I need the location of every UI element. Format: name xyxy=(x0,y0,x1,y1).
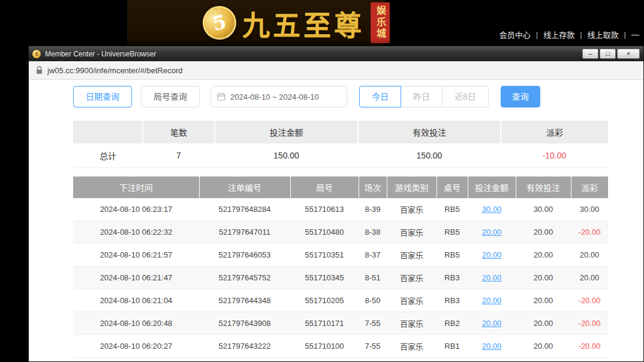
browser-title-bar[interactable]: 5 Member Center - UniverseBrowser – □ × xyxy=(29,46,643,61)
table-no-cell: RB2 xyxy=(437,312,468,335)
nav-item-member-center[interactable]: 会员中心 xyxy=(499,29,531,40)
bet-time-cell: 2024-08-10 06:20:48 xyxy=(73,312,199,335)
minimize-button[interactable]: – xyxy=(582,49,598,59)
payout-cell: -20.00 xyxy=(571,289,608,312)
table-no-cell: RB3 xyxy=(437,289,468,312)
session-cell: 8-37 xyxy=(359,244,387,267)
maximize-button[interactable]: □ xyxy=(600,49,616,59)
site-top-nav: 会员中心 | 线上存款 | 线上取款 | — xyxy=(499,29,639,40)
tab-today[interactable]: 今日 xyxy=(359,86,401,107)
table-row: 2024-08-10 06:21:57 521797646053 5517103… xyxy=(73,244,608,267)
bet-amount-link[interactable]: 20.00 xyxy=(468,289,516,312)
summary-table: 笔数 投注金额 有效投注 派彩 总计 7 150.00 150.00 -10.0… xyxy=(73,121,608,168)
bet-table-header-row: 下注时间 注单编号 局号 场次 游戏类别 桌号 投注金额 有效投注 派彩 xyxy=(73,176,608,198)
nav-item-partial[interactable]: — xyxy=(631,30,639,39)
game-type-cell: 百家乐 xyxy=(387,198,437,221)
summary-header-count: 笔数 xyxy=(143,121,215,143)
tab-yesterday[interactable]: 昨日 xyxy=(401,86,443,107)
summary-total-row: 总计 7 150.00 150.00 -10.00 xyxy=(73,143,608,167)
bet-amount-link[interactable]: 20.00 xyxy=(468,221,516,244)
header-round: 局号 xyxy=(290,176,359,198)
payout-cell: 20.00 xyxy=(571,267,608,289)
header-bet-id: 注单编号 xyxy=(199,176,290,198)
table-no-cell: RB5 xyxy=(437,221,468,244)
table-no-cell: RB3 xyxy=(437,267,468,289)
round-cell: 551710480 xyxy=(290,221,359,244)
url-text: jw05.cc:9900/infe/mcenter/#/betRecord xyxy=(47,66,182,75)
header-session: 场次 xyxy=(359,176,387,198)
window-controls: – □ × xyxy=(582,49,640,59)
bet-time-cell: 2024-08-10 06:23:17 xyxy=(73,198,199,221)
bet-id-cell: 521797648284 xyxy=(199,198,290,221)
page-content: 日期查询 局号查询 2024-08-10 ~ 2024-08-10 今日 昨日 … xyxy=(29,80,643,361)
bet-amount-link[interactable]: 20.00 xyxy=(468,335,516,358)
search-button[interactable]: 查询 xyxy=(501,86,540,107)
game-type-cell: 百家乐 xyxy=(387,335,437,358)
round-cell: 551710100 xyxy=(290,335,359,358)
header-bet-amount: 投注金额 xyxy=(468,176,516,198)
round-query-button[interactable]: 局号查询 xyxy=(141,86,200,107)
round-cell: 551710613 xyxy=(290,198,359,221)
close-button[interactable]: × xyxy=(617,49,640,59)
nav-item-online-deposit[interactable]: 线上存款 xyxy=(543,29,574,40)
browser-window: 5 Member Center - UniverseBrowser – □ × … xyxy=(28,46,644,362)
nav-item-online-withdraw[interactable]: 线上取款 xyxy=(588,29,619,40)
summary-count: 7 xyxy=(143,143,215,167)
session-cell: 7-55 xyxy=(359,312,387,335)
bet-amount-link[interactable]: 30.00 xyxy=(468,198,516,221)
valid-bet-cell: 20.00 xyxy=(516,267,571,289)
valid-bet-cell: 30.00 xyxy=(516,198,571,221)
date-range-input[interactable]: 2024-08-10 ~ 2024-08-10 xyxy=(210,86,347,107)
summary-bet-amount: 150.00 xyxy=(215,143,358,167)
valid-bet-cell: 20.00 xyxy=(516,289,571,312)
nav-separator: | xyxy=(624,30,626,39)
game-type-cell: 百家乐 xyxy=(387,289,437,312)
site-brand: 5 九五至尊 娱乐城 xyxy=(203,2,390,43)
window-title: Member Center - UniverseBrowser xyxy=(45,50,582,58)
bet-amount-link[interactable]: 20.00 xyxy=(468,267,516,289)
round-cell: 551710351 xyxy=(290,244,359,267)
summary-header-row: 笔数 投注金额 有效投注 派彩 xyxy=(73,121,608,143)
game-type-cell: 百家乐 xyxy=(387,244,437,267)
coin-logo-icon: 5 xyxy=(199,2,240,43)
game-type-cell: 百家乐 xyxy=(387,312,437,335)
bet-time-cell: 2024-08-10 06:20:27 xyxy=(73,335,199,358)
header-bet-time: 下注时间 xyxy=(73,176,199,198)
summary-total-label: 总计 xyxy=(73,143,143,167)
session-cell: 8-38 xyxy=(359,221,387,244)
table-row: 2024-08-10 06:20:27 521797643222 5517101… xyxy=(73,335,608,358)
round-cell: 551710171 xyxy=(290,312,359,335)
browser-url-bar[interactable]: jw05.cc:9900/infe/mcenter/#/betRecord xyxy=(29,61,643,80)
nav-separator: | xyxy=(580,30,582,39)
date-query-button[interactable]: 日期查询 xyxy=(73,86,132,107)
site-brand-badge: 娱乐城 xyxy=(371,2,390,43)
session-cell: 8-51 xyxy=(359,267,387,289)
header-payout: 派彩 xyxy=(571,176,608,198)
tab-last-8-days[interactable]: 近8日 xyxy=(442,86,489,107)
bet-amount-link[interactable]: 20.00 xyxy=(468,244,516,267)
bet-amount-link[interactable]: 20.00 xyxy=(468,312,516,335)
valid-bet-cell: 20.00 xyxy=(516,335,571,358)
bet-time-cell: 2024-08-10 06:21:57 xyxy=(73,244,199,267)
header-game-type: 游戏类别 xyxy=(387,176,437,198)
header-valid-bet: 有效投注 xyxy=(516,176,571,198)
summary-header-blank xyxy=(73,121,143,143)
bet-id-cell: 521797643222 xyxy=(199,335,290,358)
round-cell: 551710205 xyxy=(290,289,359,312)
valid-bet-cell: 20.00 xyxy=(516,221,571,244)
date-range-value: 2024-08-10 ~ 2024-08-10 xyxy=(230,92,319,101)
bet-id-cell: 521797646053 xyxy=(199,244,290,267)
table-row: 2024-08-10 06:20:48 521797643908 5517101… xyxy=(73,312,608,335)
table-no-cell: RB1 xyxy=(437,335,468,358)
session-cell: 8-50 xyxy=(359,289,387,312)
payout-cell: -20.00 xyxy=(571,221,608,244)
quick-range-group: 今日 昨日 近8日 xyxy=(359,86,489,107)
summary-header-bet-amount: 投注金额 xyxy=(215,121,358,143)
bet-id-cell: 521797644348 xyxy=(199,289,290,312)
header-table-no: 桌号 xyxy=(437,176,468,198)
payout-cell: -20.00 xyxy=(571,312,608,335)
lock-icon xyxy=(36,66,43,74)
valid-bet-cell: 20.00 xyxy=(516,244,571,267)
bet-id-cell: 521797643908 xyxy=(199,312,290,335)
bet-record-table: 下注时间 注单编号 局号 场次 游戏类别 桌号 投注金额 有效投注 派彩 202… xyxy=(73,176,608,358)
